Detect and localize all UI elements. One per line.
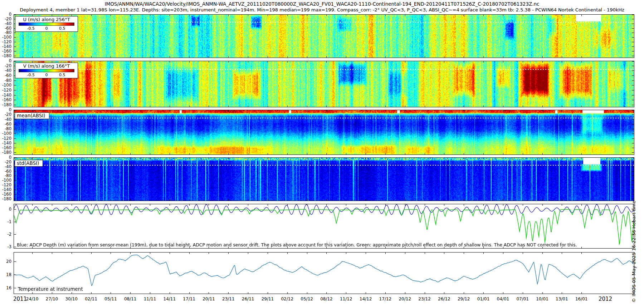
u-colorbar-gradient — [19, 23, 74, 26]
temperature-line-canvas — [14, 252, 634, 294]
y-tick-label: -120 — [2, 88, 11, 93]
y-tick-label: -180 — [2, 196, 11, 201]
panel-std-absi-heatmap: 0-20-40-60-80-100-120-140-160-180 std(AB… — [14, 157, 634, 201]
y-tick-label: 18 — [6, 272, 11, 277]
v-depth-axis-labels: 0-20-40-60-80-100-120-140-160-180 — [0, 61, 13, 107]
y-tick-label: 16 — [6, 285, 11, 290]
u-depth-axis-labels: 0-20-40-60-80-100-120-140-160-180 — [0, 14, 13, 58]
u-colorbar-tick-labels: -0.500.5 — [19, 26, 74, 31]
y-tick-label: -100 — [2, 131, 11, 136]
mean-absi-depth-axis-labels: 0-20-40-60-80-100-120-140-160-180 — [0, 110, 13, 155]
x-axis-date-labels: 201124/1027/1030/1002/1105/1108/1111/111… — [0, 296, 644, 303]
y-tick-label: -40 — [5, 68, 11, 73]
y-tick-label: -160 — [2, 145, 11, 150]
colorbar-tick-label: 0.5 — [59, 26, 65, 31]
depth-variation-axis-labels: 0-1-2-3 — [0, 204, 13, 249]
temperature-axis-labels: 201816 — [0, 252, 13, 294]
v-colorbar-legend: V (m/s) along 166°T -0.500.5 — [15, 63, 78, 78]
v-colorbar-gradient — [19, 69, 74, 72]
v-velocity-heatmap-canvas — [14, 61, 634, 107]
colorbar-tick-label: 0 — [45, 26, 48, 31]
y-tick-label: -60 — [5, 73, 11, 78]
y-tick-label: -140 — [2, 141, 11, 146]
y-tick-label: -180 — [2, 102, 11, 107]
y-tick-label: -100 — [2, 83, 11, 88]
y-tick-label: -20 — [5, 63, 11, 68]
y-tick-label: -80 — [5, 126, 11, 131]
u-legend-title: U (m/s) along 256°T — [19, 17, 74, 22]
y-tick-label: 0 — [9, 58, 11, 63]
panel-temperature-line: 201816 Temperature at instrument — [14, 252, 634, 294]
panel-v-velocity-heatmap: 0-20-40-60-80-100-120-140-160-180 V (m/s… — [14, 61, 634, 107]
y-tick-label: -2 — [8, 232, 11, 237]
y-tick-label: -40 — [5, 117, 11, 122]
panel-depth-variation-lines: 0-1-2-3 Blue: ADCP Depth (m) variation f… — [14, 204, 634, 249]
u-velocity-heatmap-canvas — [14, 14, 634, 58]
panel-u-velocity-heatmap: 0-20-40-60-80-100-120-140-160-180 U (m/s… — [14, 14, 634, 58]
temperature-label: Temperature at instrument — [18, 286, 83, 292]
mean-absi-label: mean(ABSI) — [15, 112, 49, 119]
x-year-label: 2012 — [591, 296, 620, 302]
panel-mean-absi-heatmap: 0-20-40-60-80-100-120-140-160-180 mean(A… — [14, 110, 634, 155]
v-legend-title: V (m/s) along 166°T — [19, 63, 74, 69]
y-tick-label: 20 — [6, 259, 11, 264]
y-tick-label: 0 — [9, 207, 11, 212]
std-absi-label: std(ABSI) — [15, 160, 43, 167]
y-tick-label: -160 — [2, 97, 11, 102]
x-date-label: 16/01 — [569, 296, 594, 301]
y-tick-label: -3 — [8, 244, 11, 249]
figure-title: IMOS/ANMN/WA/WACA20/Velocity/IMOS_ANMN-W… — [0, 1, 644, 7]
figure-subtitle: Deployment 4, member 1 lat=31.98S lon=11… — [0, 7, 644, 13]
y-tick-label: 0 — [9, 107, 11, 112]
y-tick-label: -180 — [2, 150, 11, 155]
y-tick-label: -1 — [8, 219, 11, 224]
y-tick-label: -80 — [5, 78, 11, 83]
colorbar-tick-label: 0 — [45, 73, 48, 77]
y-tick-label: -180 — [2, 53, 11, 58]
colorbar-tick-label: -0.5 — [27, 73, 35, 77]
colorbar-tick-label: 0.5 — [59, 73, 65, 77]
colorbar-tick-label: -0.5 — [27, 26, 35, 31]
y-tick-label: -120 — [2, 136, 11, 141]
u-colorbar-legend: U (m/s) along 256°T -0.500.5 — [15, 16, 78, 32]
y-tick-label: -60 — [5, 122, 11, 127]
y-tick-label: -20 — [5, 112, 11, 117]
v-colorbar-tick-labels: -0.500.5 — [19, 72, 74, 77]
y-tick-label: -140 — [2, 93, 11, 98]
mean-absi-heatmap-canvas — [14, 110, 634, 155]
std-absi-heatmap-canvas — [14, 157, 634, 201]
std-absi-depth-axis-labels: 0-20-40-60-80-100-120-140-160-180 — [0, 157, 13, 201]
depth-variation-note: Blue: ADCP Depth (m) variation from sens… — [17, 242, 577, 247]
